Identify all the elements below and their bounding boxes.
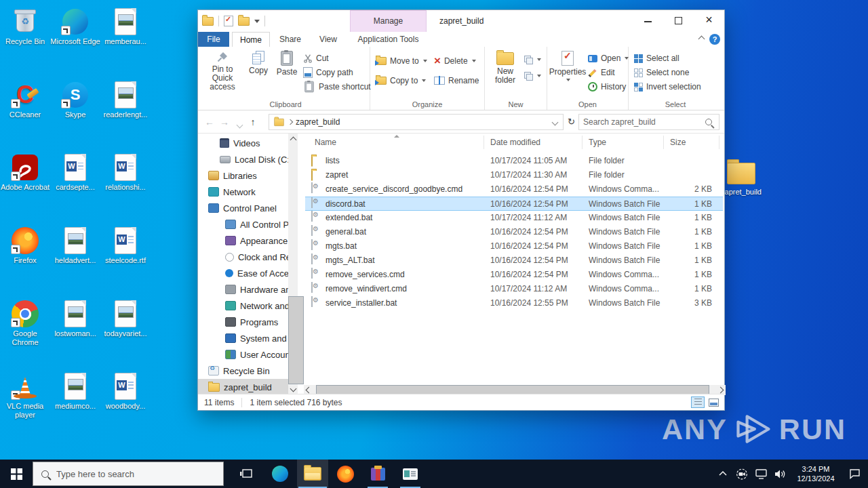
column-header-size[interactable]: Size	[670, 134, 686, 151]
search-box[interactable]	[578, 114, 719, 130]
desktop-icon-woodbody[interactable]: woodbody...	[100, 373, 151, 411]
nav-scrollbar[interactable]	[288, 134, 298, 395]
desktop-icon-heldadvert[interactable]: heldadvert...	[50, 227, 100, 265]
column-header-date[interactable]: Date modified	[490, 134, 540, 151]
pin-to-quick-access-button[interactable]: Pin to Quick access	[203, 51, 242, 92]
search-icon[interactable]	[705, 119, 712, 125]
desktop-icon-relationshi[interactable]: relationshi...	[100, 154, 151, 192]
desktop-icon-steelcode[interactable]: steelcode.rtf	[100, 227, 151, 265]
maximize-button[interactable]	[663, 10, 694, 31]
new-folder-icon[interactable]	[238, 17, 250, 26]
taskbar-explorer-button[interactable]	[297, 460, 328, 488]
edit-button[interactable]: Edit	[588, 66, 615, 79]
manage-contextual-tab[interactable]: Manage	[350, 10, 427, 32]
volume-tray-button[interactable]	[773, 460, 787, 488]
file-row[interactable]: general.bat 10/16/2024 12:54 PM Windows …	[305, 225, 723, 239]
file-row[interactable]: create_service_discord_goodbye.cmd 10/16…	[305, 182, 723, 197]
desktop-icon-vlc[interactable]: VLC media player	[0, 373, 50, 420]
close-button[interactable]	[694, 10, 724, 31]
desktop-icon-memberau[interactable]: memberau...	[100, 8, 151, 46]
nav-item-ease-of-access[interactable]: Ease of Access	[198, 265, 288, 281]
desktop-icon-adobe-acrobat[interactable]: Adobe Acrobat	[0, 154, 50, 192]
hidden-icons-button[interactable]	[716, 460, 730, 488]
desktop-icon-skype[interactable]: Skype	[50, 81, 100, 119]
start-button[interactable]	[0, 460, 33, 488]
collapse-ribbon-icon[interactable]	[698, 35, 705, 41]
file-row[interactable]: mgts.bat 10/16/2024 12:54 PM Windows Bat…	[305, 239, 723, 253]
nav-item-network-internet[interactable]: Network and In	[198, 298, 288, 314]
taskbar-app-button[interactable]	[395, 460, 426, 488]
desktop-icon-readerlengt[interactable]: readerlengt...	[100, 81, 151, 119]
clock[interactable]: 3:24 PM 12/13/2024	[792, 464, 840, 483]
desktop-icon-ccleaner[interactable]: CCleaner	[0, 81, 50, 119]
tab-view[interactable]: View	[311, 32, 346, 47]
nav-item-user-accounts[interactable]: User Accounts	[198, 346, 288, 363]
nav-item-system-security[interactable]: System and Se	[198, 330, 288, 346]
invert-selection-button[interactable]: Invert selection	[634, 81, 701, 93]
desktop-icon-chrome[interactable]: Google Chrome	[0, 300, 50, 347]
back-button[interactable]: ←	[203, 115, 216, 129]
file-row-selected[interactable]: discord.bat 10/16/2024 12:54 PM Windows …	[305, 197, 723, 211]
file-row[interactable]: remove_services.cmd 10/16/2024 12:54 PM …	[305, 268, 723, 282]
scroll-right-icon[interactable]	[717, 387, 724, 394]
open-button[interactable]: Open	[588, 52, 629, 64]
recent-locations-icon[interactable]	[233, 117, 245, 131]
address-box[interactable]: zapret_build	[269, 114, 564, 130]
desktop-icon-recycle-bin[interactable]: Recycle Bin	[0, 8, 50, 46]
task-view-button[interactable]	[231, 460, 262, 488]
paste-button[interactable]: Paste	[273, 51, 300, 77]
desktop-icon-firefox[interactable]: Firefox	[0, 227, 50, 265]
search-input[interactable]	[579, 117, 705, 127]
minimize-button[interactable]	[633, 10, 663, 31]
nav-item-zapret-build[interactable]: zapret_build	[198, 379, 288, 395]
nav-item-hardware-sound[interactable]: Hardware and	[198, 281, 288, 298]
paste-shortcut-button[interactable]: Paste shortcut	[303, 81, 371, 93]
desktop-icon-edge[interactable]: Microsoft Edge	[50, 8, 100, 46]
rename-button[interactable]: Rename	[434, 75, 479, 87]
file-row[interactable]: remove_windivert.cmd 10/17/2024 11:12 AM…	[305, 282, 723, 296]
new-item-button[interactable]	[524, 70, 541, 82]
nav-item-all-control-panel[interactable]: All Control Par	[198, 216, 288, 232]
new-folder-button[interactable]: New folder	[489, 50, 521, 85]
folder-icon[interactable]	[202, 17, 214, 26]
taskbar-search[interactable]	[33, 462, 224, 486]
file-row[interactable]: zapret 10/17/2024 11:30 AM File folder	[305, 168, 723, 182]
taskbar-winrar-button[interactable]	[362, 460, 393, 488]
nav-item-recycle-bin[interactable]: Recycle Bin	[198, 363, 288, 379]
file-row[interactable]: service_installer.bat 10/16/2024 12:55 P…	[305, 296, 723, 310]
tab-application-tools[interactable]: Application Tools	[350, 32, 427, 47]
scrollbar-thumb[interactable]	[288, 296, 304, 384]
file-row[interactable]: mgts_ALT.bat 10/16/2024 12:54 PM Windows…	[305, 253, 723, 268]
delete-button[interactable]: Delete	[434, 55, 476, 67]
action-center-button[interactable]	[845, 460, 864, 488]
taskbar-edge-button[interactable]	[264, 460, 296, 488]
file-row[interactable]: lists 10/17/2024 11:05 AM File folder	[305, 154, 723, 168]
chevron-down-icon[interactable]	[254, 20, 260, 23]
copy-to-button[interactable]: Copy to	[376, 75, 426, 87]
details-view-button[interactable]	[691, 396, 705, 408]
column-header-name[interactable]: Name	[315, 134, 336, 151]
desktop-icon-mediumco[interactable]: mediumco...	[50, 373, 100, 411]
cut-button[interactable]: Cut	[303, 52, 329, 64]
scroll-up-icon[interactable]	[288, 134, 298, 144]
refresh-button[interactable]: ↻	[568, 117, 575, 127]
tab-home[interactable]: Home	[232, 32, 270, 47]
meet-now-button[interactable]	[735, 460, 749, 488]
up-button[interactable]: ↑	[247, 115, 259, 129]
desktop-icon-cardsepte[interactable]: cardsepte...	[50, 154, 100, 192]
history-button[interactable]: History	[588, 81, 626, 93]
properties-icon[interactable]	[224, 16, 233, 26]
nav-item-programs[interactable]: Programs	[198, 314, 288, 330]
forward-button[interactable]: →	[218, 115, 231, 129]
select-all-button[interactable]: Select all	[634, 52, 679, 64]
scroll-left-icon[interactable]	[306, 387, 313, 394]
nav-item-control-panel[interactable]: Control Panel	[198, 200, 288, 216]
chevron-down-icon[interactable]	[552, 119, 559, 125]
copy-button[interactable]: Copy	[245, 51, 272, 75]
easy-access-button[interactable]	[524, 54, 541, 66]
nav-item-network[interactable]: Network	[198, 184, 288, 200]
move-to-button[interactable]: Move to	[376, 55, 427, 67]
nav-item-libraries[interactable]: Libraries	[198, 167, 288, 184]
desktop-icon-todayvariet[interactable]: todayvariet...	[100, 300, 151, 338]
large-icons-view-button[interactable]	[707, 396, 720, 408]
